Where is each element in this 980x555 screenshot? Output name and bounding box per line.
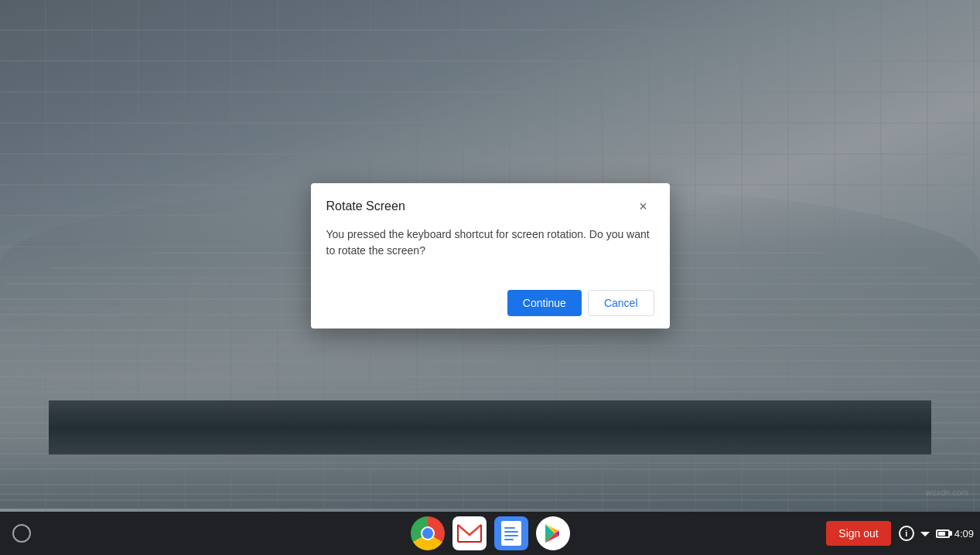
chrome-dock-icon[interactable] xyxy=(409,515,446,552)
gmail-svg xyxy=(456,523,483,543)
play-store-dock-icon[interactable] xyxy=(534,515,572,552)
gmail-icon xyxy=(452,516,487,550)
system-tray: i 4:09 xyxy=(899,526,974,541)
cancel-button[interactable]: Cancel xyxy=(588,290,654,316)
dialog-header: Rotate Screen × xyxy=(311,183,670,223)
play-store-svg xyxy=(542,523,564,544)
continue-button[interactable]: Continue xyxy=(507,290,582,316)
dialog-actions: Continue Cancel xyxy=(311,278,670,329)
launcher-button[interactable] xyxy=(6,518,37,549)
info-icon[interactable]: i xyxy=(899,526,914,541)
clock-display[interactable]: 4:09 xyxy=(954,528,974,540)
docs-svg xyxy=(501,521,521,546)
docs-icon xyxy=(494,516,528,550)
sign-out-button[interactable]: Sign out xyxy=(826,521,890,546)
chrome-inner-circle xyxy=(421,526,435,540)
dialog-close-button[interactable]: × xyxy=(633,196,654,217)
battery-body xyxy=(936,529,950,538)
gmail-dock-icon[interactable] xyxy=(451,515,488,552)
dialog-title: Rotate Screen xyxy=(326,199,405,213)
docs-dock-icon[interactable] xyxy=(493,515,530,552)
taskbar-dock xyxy=(409,515,572,552)
dialog-body: You pressed the keyboard shortcut for sc… xyxy=(311,223,670,278)
taskbar-right: Sign out i 4:09 xyxy=(826,521,974,546)
launcher-icon xyxy=(12,524,31,543)
svg-rect-1 xyxy=(504,527,515,529)
chrome-icon xyxy=(411,516,445,550)
svg-rect-0 xyxy=(501,521,521,546)
dialog-message: You pressed the keyboard shortcut for sc… xyxy=(326,226,654,259)
taskbar-left xyxy=(6,518,37,549)
battery-fill xyxy=(938,532,946,536)
modal-overlay: Rotate Screen × You pressed the keyboard… xyxy=(0,0,980,512)
svg-rect-3 xyxy=(504,535,518,536)
rotate-screen-dialog: Rotate Screen × You pressed the keyboard… xyxy=(311,183,670,329)
svg-rect-4 xyxy=(504,539,514,540)
battery-icon[interactable] xyxy=(936,529,950,538)
play-store-icon xyxy=(536,516,570,550)
svg-rect-2 xyxy=(504,531,518,533)
taskbar: Sign out i 4:09 xyxy=(0,512,980,555)
network-icon[interactable] xyxy=(919,527,931,540)
